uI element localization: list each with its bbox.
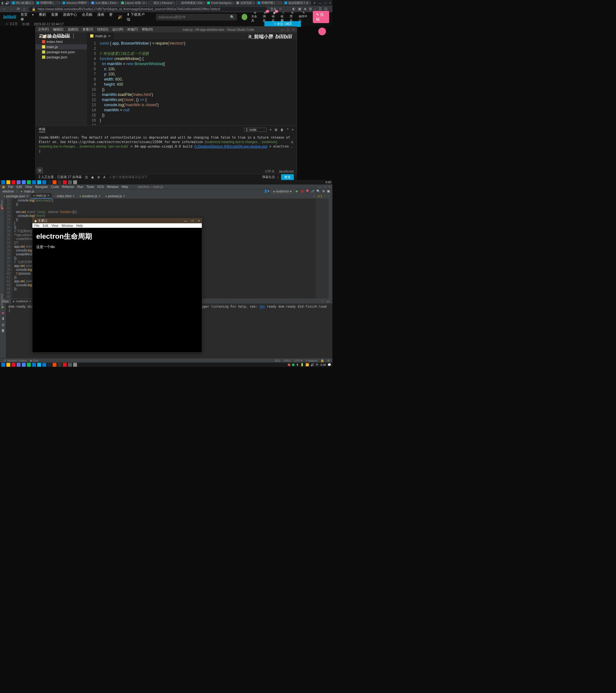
danmu-font[interactable]: A: [103, 176, 105, 179]
chrome-icon[interactable]: [22, 363, 26, 367]
pin-icon[interactable]: ◧: [1, 1, 4, 5]
browser-tab-7[interactable]: Fresh Backgrou×: [205, 1, 234, 5]
version-control[interactable]: ⎇ Version Control: [3, 359, 27, 362]
app-icon[interactable]: [73, 180, 77, 184]
nav-shop[interactable]: 会员购: [82, 13, 93, 16]
menu-code[interactable]: Code: [51, 185, 59, 189]
tray-icon[interactable]: 中: [316, 363, 319, 367]
menu-run[interactable]: Run: [77, 185, 83, 189]
app-icon[interactable]: [68, 363, 72, 367]
browser-tab-6[interactable]: 发布和更新 | Ele×: [176, 1, 205, 5]
lock-icon[interactable]: 🔒: [320, 359, 324, 362]
menu-terminal[interactable]: 终端(T): [127, 27, 138, 31]
tray-icon[interactable]: 🔊: [311, 363, 314, 367]
term-selector[interactable]: 1: node: [244, 128, 266, 132]
avatar[interactable]: [242, 14, 247, 20]
close-icon[interactable]: ×: [33, 1, 34, 5]
cursor-pos[interactable]: 28:1: [275, 359, 280, 362]
menu-goto[interactable]: 转到(G): [97, 27, 108, 31]
code-editor[interactable]: 12345678910111213141516171819 const { ap…: [87, 39, 297, 125]
nav-home[interactable]: 首页: [21, 13, 27, 16]
reload-button[interactable]: ⟳: [17, 7, 20, 11]
ide-tab[interactable]: ▪renderer.js×: [77, 194, 103, 199]
print-icon[interactable]: ⎙: [2, 323, 4, 326]
app-icon[interactable]: [68, 180, 72, 184]
maximize-icon[interactable]: □: [192, 219, 194, 223]
home-button[interactable]: ⌂: [23, 7, 25, 11]
gift-link[interactable]: 弹幕礼仪: [262, 175, 275, 179]
editor-tab[interactable]: main.js×: [87, 33, 114, 39]
vscode-icon[interactable]: [42, 180, 46, 184]
encoding[interactable]: UTF-8: [265, 170, 274, 173]
menu-file[interactable]: File: [34, 224, 39, 227]
inspection-icon[interactable]: ✓: [313, 194, 315, 198]
explorer-icon[interactable]: [6, 180, 10, 184]
menu-view[interactable]: View: [25, 185, 32, 189]
git-icon[interactable]: ⎇: [311, 189, 314, 194]
browser-tab-0[interactable]: P6. 06.窗口×: [10, 1, 34, 5]
menu-navigate[interactable]: Navigate: [35, 185, 48, 189]
menu-edit[interactable]: 编辑(E): [53, 27, 63, 31]
browser-tab-8[interactable]: 没派完的×: [235, 1, 255, 5]
language-mode[interactable]: JavaScript: [278, 170, 294, 173]
browser-tab-1[interactable]: 哔哩哔哩 ( ゜×: [35, 1, 60, 5]
more-icon[interactable]: ⋮: [321, 300, 324, 303]
fav-link[interactable]: ☆收藏: [281, 11, 286, 23]
app-icon[interactable]: [12, 363, 15, 367]
app-icon[interactable]: [63, 180, 67, 184]
run-tool[interactable]: ▶ Run: [30, 359, 39, 362]
app-icon[interactable]: [58, 363, 62, 367]
vol-icon[interactable]: 🔊: [5, 1, 9, 5]
menu-tools[interactable]: Tools: [86, 185, 94, 189]
event-icon[interactable]: 🎉: [118, 15, 122, 19]
ide-tab-active[interactable]: ▪main.js×: [31, 193, 52, 199]
close-icon[interactable]: ×: [108, 34, 111, 38]
chrome-icon[interactable]: [22, 180, 26, 184]
danmu-settings[interactable]: ⚙: [97, 176, 100, 179]
url-input[interactable]: 🔒 https://www.bilibili.com/video/BV1xd4y…: [28, 7, 267, 12]
app-icon[interactable]: [53, 180, 57, 184]
run-config[interactable]: ▸ nodemon ▾: [271, 189, 294, 194]
clock[interactable]: 0:30: [320, 363, 326, 367]
app-icon[interactable]: [17, 363, 21, 367]
terminal-tab[interactable]: 终端: [39, 127, 45, 132]
trash-icon[interactable]: 🗑: [280, 128, 284, 132]
notif-icon[interactable]: 💬: [327, 363, 331, 367]
run-icon[interactable]: ▶: [296, 189, 298, 194]
debug-icon[interactable]: 🐞: [300, 189, 304, 194]
browser-tab-9[interactable]: 哔哩哔哩 ( ゜- ×: [256, 1, 282, 5]
trash-icon[interactable]: 🗑: [1, 329, 5, 332]
down-icon[interactable]: ⬇: [2, 317, 4, 321]
minimize-icon[interactable]: —: [318, 185, 321, 189]
assistant-icon[interactable]: [318, 27, 326, 35]
msg-link[interactable]: ✉消息2: [263, 11, 268, 23]
tray-icon[interactable]: ⬆: [296, 363, 299, 367]
tree-file[interactable]: index.html: [36, 39, 87, 44]
browser-tab-2[interactable]: Electron-哔哩哔×: [61, 1, 89, 5]
close-icon[interactable]: ×: [329, 185, 331, 189]
maximize-icon[interactable]: □: [287, 28, 289, 32]
settings-icon[interactable]: ⚙: [322, 189, 325, 194]
menu-view[interactable]: View: [51, 224, 58, 227]
stop-icon[interactable]: ■: [2, 311, 4, 315]
danmu-toggle2[interactable]: ◉: [91, 176, 94, 179]
search-input[interactable]: [158, 15, 230, 19]
menu-window[interactable]: Window: [62, 224, 73, 227]
menu-help[interactable]: 帮助(H): [142, 27, 153, 31]
menu-edit[interactable]: Edit: [16, 185, 22, 189]
edge-icon[interactable]: [32, 363, 36, 367]
app-icon[interactable]: [73, 363, 77, 367]
menu-view[interactable]: 查看(V): [82, 27, 93, 31]
menu-vcs[interactable]: VCS: [97, 185, 104, 189]
close-icon[interactable]: ×: [198, 219, 200, 223]
search-icon[interactable]: 🔍: [230, 15, 235, 19]
menu-help[interactable]: Help: [122, 185, 128, 189]
tree-file[interactable]: package-lock.json: [36, 50, 87, 55]
electron-titlebar[interactable]: ◆ 主窗口 — □ ×: [33, 218, 202, 223]
nav-live[interactable]: 直播: [51, 13, 58, 16]
stop-icon[interactable]: [306, 189, 309, 192]
tray-icon[interactable]: 📶: [305, 363, 309, 367]
split-icon[interactable]: ⊞: [275, 128, 277, 132]
post-button[interactable]: ✎ 投稿: [313, 11, 329, 23]
user-icon[interactable]: 👤▾: [264, 189, 269, 194]
